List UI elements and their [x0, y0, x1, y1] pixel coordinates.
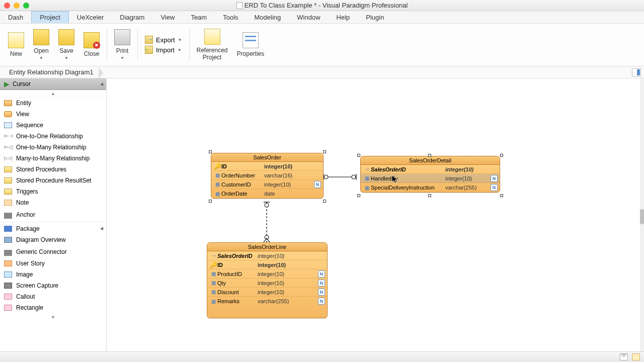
- canvas-scrollbar[interactable]: [640, 78, 644, 351]
- selection-handle[interactable]: [209, 150, 212, 153]
- referenced-project-button[interactable]: Referenced Project: [193, 25, 232, 64]
- import-button[interactable]: Import ▼: [145, 46, 182, 54]
- palette-triggers[interactable]: Triggers: [0, 186, 106, 197]
- column-row[interactable]: ▦ Qty integer(10) N: [207, 279, 327, 288]
- panel-toggle-icon[interactable]: [632, 68, 641, 76]
- import-icon: [145, 46, 153, 54]
- connector-icon: [4, 250, 12, 256]
- selection-handle[interactable]: [357, 194, 360, 197]
- palette-rectangle[interactable]: Rectangle: [0, 302, 106, 313]
- menu-team[interactable]: Team: [183, 11, 215, 23]
- column-row[interactable]: ▦ ProductID integer(10) N: [207, 269, 327, 279]
- mail-icon[interactable]: [620, 353, 628, 360]
- menu-view[interactable]: View: [152, 11, 183, 23]
- print-button[interactable]: Print ▼: [110, 25, 134, 64]
- palette-package[interactable]: Package◀: [0, 223, 106, 234]
- menu-tools[interactable]: Tools: [215, 11, 246, 23]
- column-row[interactable]: 🔑 ID integer(10): [211, 162, 323, 171]
- menu-project[interactable]: Project: [31, 11, 68, 23]
- note-icon[interactable]: [632, 353, 640, 360]
- entity-salesorder[interactable]: SalesOrder 🔑 ID integer(10) ▦ OrderNumbe…: [211, 153, 324, 199]
- fk-icon: ⇢: [363, 166, 371, 172]
- window-title: ERD To Class Example * - Visual Paradigm…: [0, 2, 644, 9]
- palette-one-to-one[interactable]: ⊢⊣One-to-One Relationship: [0, 131, 106, 142]
- entity-salesorderdetail[interactable]: SalesOrderDetail ⇢ SalesOrderID integer(…: [360, 156, 500, 193]
- selection-handle[interactable]: [323, 200, 326, 203]
- selection-handle[interactable]: [428, 194, 431, 197]
- entity-salesorderline[interactable]: SalesOrderLine ⇢ SalesOrderID integer(10…: [207, 242, 328, 318]
- column-row[interactable]: ▦ Remarks varchar(255) N: [207, 297, 327, 306]
- palette-many-to-many[interactable]: ▷◁Many-to-Many Relationship: [0, 153, 106, 164]
- palette-image[interactable]: Image: [0, 269, 106, 280]
- palette-collapse-up[interactable]: ▲: [0, 90, 106, 98]
- column-row[interactable]: 🔑 ID integer(10): [207, 260, 327, 269]
- menu-plugin[interactable]: Plugin: [358, 11, 392, 23]
- cursor-icon: ▶: [4, 80, 10, 88]
- menu-modeling[interactable]: Modeling: [247, 11, 289, 23]
- column-row[interactable]: ▦ OrderDate date: [211, 189, 323, 198]
- nullable-badge: N: [491, 184, 498, 191]
- menu-dash[interactable]: Dash: [0, 11, 31, 23]
- selection-handle[interactable]: [209, 200, 212, 203]
- svg-point-2: [324, 175, 328, 179]
- column-icon: ▦: [363, 175, 371, 181]
- new-button[interactable]: New: [4, 25, 28, 64]
- save-button[interactable]: Save ▼: [54, 25, 78, 64]
- one-to-many-icon: ⊢◁: [4, 144, 12, 150]
- export-button[interactable]: Export ▼: [145, 36, 182, 44]
- menu-help[interactable]: Help: [329, 11, 358, 23]
- tool-palette: ▶ Cursor ◀ ▲ Entity View Sequence ⊢⊣One-…: [0, 78, 107, 351]
- selection-handle[interactable]: [323, 150, 326, 153]
- selection-handle[interactable]: [500, 154, 503, 157]
- column-row[interactable]: ▦ OrderNumber varchar(16): [211, 171, 323, 180]
- breadcrumb: Entity Relationship Diagram1: [0, 66, 644, 78]
- diagram-canvas[interactable]: SalesOrder 🔑 ID integer(10) ▦ OrderNumbe…: [107, 78, 644, 351]
- fk-icon: ⇢: [209, 253, 217, 258]
- nullable-badge: N: [318, 298, 325, 305]
- column-row[interactable]: ▦ CustomerID integer(10) N: [211, 180, 323, 189]
- scrollbar-thumb[interactable]: [640, 209, 644, 224]
- palette-stored-procedure-resultset[interactable]: Stored Procedure ResultSet: [0, 175, 106, 186]
- palette-diagram-overview[interactable]: Diagram Overview: [0, 234, 106, 245]
- one-to-one-icon: ⊢⊣: [4, 133, 12, 139]
- palette-entity[interactable]: Entity: [0, 98, 106, 109]
- properties-button[interactable]: Properties: [233, 25, 269, 64]
- selection-handle[interactable]: [500, 194, 503, 197]
- palette-stored-procedures[interactable]: Stored Procedures: [0, 164, 106, 175]
- column-row[interactable]: ⇢ SalesOrderID integer(10): [207, 251, 327, 260]
- palette-generic-connector[interactable]: Generic Connector: [0, 245, 106, 258]
- overview-icon: [4, 237, 12, 243]
- selection-handle[interactable]: [357, 154, 360, 157]
- open-button[interactable]: Open ▼: [29, 25, 53, 64]
- rectangle-icon: [4, 305, 12, 311]
- menu-diagram[interactable]: Diagram: [112, 11, 152, 23]
- close-button[interactable]: Close: [79, 25, 104, 64]
- column-row[interactable]: ⇢ SalesOrderID integer(10): [361, 165, 500, 174]
- chevron-down-icon: ▼: [178, 38, 182, 42]
- palette-view[interactable]: View: [0, 109, 106, 120]
- palette-screen-capture[interactable]: Screen Capture: [0, 280, 106, 291]
- palette-callout[interactable]: Callout: [0, 291, 106, 302]
- palette-one-to-many[interactable]: ⊢◁One-to-Many Relationship: [0, 142, 106, 153]
- chevron-left-icon: ◀: [100, 82, 103, 86]
- column-row[interactable]: ▦ SpecialDeliveryInstruction varchar(255…: [361, 183, 500, 192]
- column-icon: ▦: [213, 191, 221, 197]
- menu-uexceler[interactable]: UeXceler: [69, 11, 112, 23]
- palette-user-story[interactable]: User Story: [0, 258, 106, 269]
- separator: [107, 29, 107, 61]
- menu-window[interactable]: Window: [289, 11, 328, 23]
- column-row[interactable]: ▦ HandledBy integer(10) N: [361, 174, 500, 183]
- column-icon: ▦: [209, 280, 217, 286]
- entity-title: SalesOrderDetail: [361, 156, 500, 165]
- new-icon: [8, 32, 24, 48]
- palette-sequence[interactable]: Sequence: [0, 120, 106, 131]
- palette-scroll-down[interactable]: ▼: [0, 313, 106, 321]
- palette-cursor-tool[interactable]: ▶ Cursor ◀: [0, 78, 106, 90]
- breadcrumb-diagram[interactable]: Entity Relationship Diagram1: [5, 67, 104, 77]
- palette-note[interactable]: Note: [0, 197, 106, 208]
- column-row[interactable]: ▦ Discount integer(10) N: [207, 288, 327, 297]
- selection-handle[interactable]: [428, 154, 431, 157]
- palette-anchor[interactable]: Anchor: [0, 208, 106, 221]
- column-icon: ▦: [209, 289, 217, 295]
- statusbar: [0, 351, 644, 362]
